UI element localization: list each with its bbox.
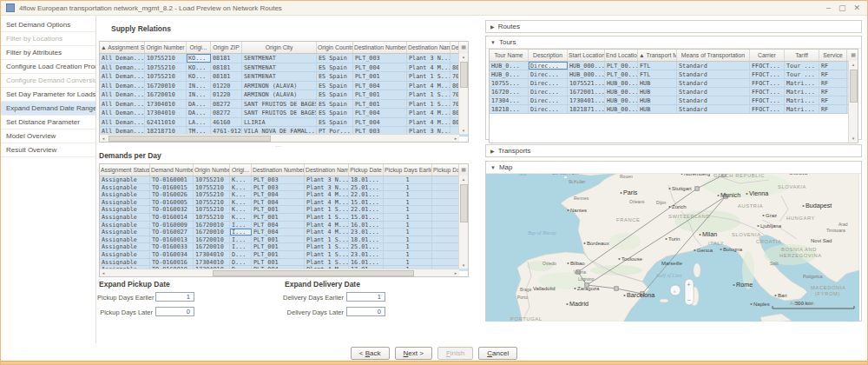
table-cell[interactable]: FFOCT... bbox=[750, 79, 785, 87]
table-cell[interactable]: ES Spain bbox=[317, 118, 353, 127]
map-zoom-control[interactable]: + − bbox=[685, 279, 694, 305]
table-cell[interactable]: HUB_0... bbox=[490, 62, 529, 70]
table-cell[interactable]: Assignable bbox=[100, 243, 150, 250]
table-cell[interactable]: Plant 3 N... bbox=[407, 54, 450, 63]
table-cell[interactable]: HUB_00... bbox=[605, 88, 638, 96]
table-cell[interactable]: Plant 4 M... bbox=[305, 199, 349, 206]
table-cell[interactable]: PLT_001 bbox=[252, 214, 305, 221]
transports-section-header[interactable]: ▶ Transports bbox=[485, 144, 862, 157]
table-cell[interactable]: IN... bbox=[187, 90, 211, 99]
scroll-up-icon[interactable]: ▴ bbox=[849, 61, 858, 68]
table-row[interactable]: AssignableTO-016003210755210K...PLT_001P… bbox=[100, 206, 468, 214]
table-cell[interactable]: 17304010 bbox=[194, 251, 230, 258]
table-cell[interactable]: Assignable bbox=[100, 214, 150, 221]
table-cell[interactable]: TO-0160009 bbox=[150, 222, 194, 229]
table-cell[interactable]: 18.01... bbox=[349, 236, 384, 243]
table-cell[interactable]: HUB_000... bbox=[568, 62, 605, 70]
table-cell[interactable]: 10755210 bbox=[194, 214, 230, 221]
table-cell[interactable]: DA... bbox=[187, 100, 211, 109]
table-cell[interactable]: Standard bbox=[677, 62, 750, 70]
table-cell[interactable]: PLT_001 bbox=[252, 206, 305, 213]
table-cell[interactable]: LA... bbox=[187, 118, 211, 127]
table-cell[interactable]: 18218... bbox=[490, 105, 529, 113]
column-header[interactable]: ▲ Assignment St... bbox=[100, 42, 145, 53]
table-cell[interactable]: Matri... bbox=[785, 105, 819, 113]
table-cell[interactable]: KO... bbox=[187, 72, 211, 81]
table-cell[interactable]: K... bbox=[230, 199, 252, 206]
table-cell[interactable]: TO-0160034 bbox=[150, 251, 194, 258]
table-cell[interactable]: 1672001... bbox=[568, 88, 605, 96]
table-cell[interactable]: Plant 4 M... bbox=[305, 229, 349, 236]
table-cell[interactable] bbox=[432, 184, 459, 191]
table-row[interactable]: AssignableTO-016000510755210K...PLT_004P… bbox=[100, 199, 468, 207]
pickup-days-later-input[interactable] bbox=[155, 307, 194, 316]
table-cell[interactable]: K... bbox=[230, 206, 252, 213]
scroll-right-icon[interactable]: ▸ bbox=[452, 269, 459, 276]
table-cell[interactable]: DA... bbox=[187, 109, 211, 117]
table-cell[interactable]: 25.01... bbox=[349, 243, 384, 250]
table-cell[interactable]: Assignable bbox=[100, 191, 150, 198]
table-cell[interactable] bbox=[432, 259, 459, 266]
sidebar-item[interactable]: Set Demand Options bbox=[1, 18, 95, 32]
table-cell[interactable]: PLT_004 bbox=[252, 229, 305, 236]
table-cell[interactable]: FFOCT... bbox=[750, 62, 785, 70]
table-cell[interactable]: FFOCT... bbox=[750, 70, 785, 78]
table-cell[interactable]: Assignable bbox=[100, 251, 150, 258]
pickup-days-earlier-input[interactable] bbox=[155, 292, 194, 302]
route-stop-marker[interactable] bbox=[695, 187, 699, 190]
table-cell[interactable]: 16.01... bbox=[349, 259, 384, 266]
table-cell[interactable]: TO-0160033 bbox=[150, 243, 194, 250]
column-header[interactable]: Origi... bbox=[187, 42, 211, 53]
table-cell[interactable]: 17304... bbox=[490, 96, 529, 104]
table-cell[interactable]: I... bbox=[230, 222, 252, 229]
table-cell[interactable]: K... bbox=[230, 214, 252, 221]
table-cell[interactable]: HUB_00... bbox=[605, 96, 638, 104]
table-cell[interactable]: 15.01... bbox=[349, 214, 384, 221]
table-cell[interactable]: HUB bbox=[638, 88, 677, 96]
table-cell[interactable]: 08181 bbox=[211, 72, 242, 81]
table-cell[interactable]: ES Spain bbox=[317, 82, 353, 90]
column-header[interactable]: Tour Name bbox=[490, 50, 529, 61]
table-cell[interactable]: 08272 bbox=[211, 109, 242, 117]
table-cell[interactable]: TO-0160015 bbox=[150, 184, 194, 191]
table-cell[interactable]: PLT_001 bbox=[252, 259, 305, 266]
table-cell[interactable]: 1 bbox=[384, 259, 432, 266]
table-row[interactable]: All Deman...16720010IN...01220ARMINON (A… bbox=[100, 82, 468, 91]
table-cell[interactable]: 08181 bbox=[211, 63, 242, 72]
table-cell[interactable]: ES Spain bbox=[317, 54, 353, 63]
table-cell[interactable] bbox=[432, 222, 459, 229]
table-cell[interactable]: Direc... bbox=[529, 96, 568, 104]
table-cell[interactable]: ES Spain bbox=[317, 100, 353, 109]
table-cell[interactable]: D... bbox=[230, 259, 252, 266]
table-cell[interactable]: 16720010 bbox=[194, 243, 230, 250]
table-cell[interactable]: HUB_00... bbox=[605, 79, 638, 87]
table-cell[interactable]: Assignable bbox=[100, 259, 150, 266]
horizontal-scrollbar[interactable]: ◂ ▸ bbox=[100, 134, 459, 142]
table-cell[interactable]: Direc... bbox=[529, 70, 568, 78]
table-cell[interactable]: All Deman... bbox=[100, 109, 145, 117]
vertical-scrollbar[interactable]: ▴ ▾ bbox=[458, 176, 468, 269]
table-cell[interactable]: 1 bbox=[384, 251, 432, 258]
sidebar-item[interactable]: Set Day Parameter for Loads bbox=[1, 88, 95, 102]
column-header[interactable]: Service bbox=[819, 50, 847, 61]
column-header[interactable]: Origin Number bbox=[145, 42, 187, 53]
splitter-handle[interactable]: ⋯ bbox=[275, 143, 282, 150]
table-cell[interactable]: Direc... bbox=[529, 88, 568, 96]
table-cell[interactable] bbox=[432, 199, 459, 206]
table-row[interactable]: All Deman...16720010IN...01220ARMINON (A… bbox=[100, 90, 468, 100]
table-cell[interactable]: 1 bbox=[384, 184, 432, 191]
table-cell[interactable]: PLT_001 bbox=[252, 236, 305, 243]
column-header[interactable]: Origin Country bbox=[317, 42, 353, 53]
table-cell[interactable]: HUB_00... bbox=[605, 105, 638, 113]
maximize-icon[interactable]: ▢ bbox=[838, 2, 846, 14]
table-cell[interactable] bbox=[432, 236, 459, 243]
table-cell[interactable]: 16720010 bbox=[145, 82, 187, 90]
column-header[interactable]: Means of Transportation bbox=[677, 50, 750, 61]
table-cell[interactable]: All Deman... bbox=[100, 82, 145, 90]
table-cell[interactable]: RF bbox=[819, 62, 847, 70]
table-cell[interactable]: PLT_001 bbox=[353, 72, 407, 81]
scroll-right-icon[interactable]: ▸ bbox=[452, 135, 459, 142]
table-cell[interactable]: Standard bbox=[677, 88, 750, 96]
table-cell[interactable]: HUB bbox=[638, 105, 677, 113]
table-cell[interactable]: 1075521... bbox=[568, 79, 605, 87]
